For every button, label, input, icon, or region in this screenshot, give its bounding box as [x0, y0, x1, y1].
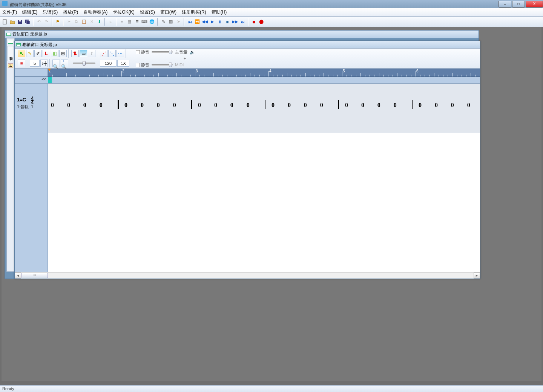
eraser-tool-icon[interactable]: ◧	[51, 50, 58, 57]
region-icon[interactable]: ▭	[80, 50, 87, 57]
delete-icon[interactable]: ✕	[88, 18, 95, 25]
mute-2-checkbox[interactable]: 静音	[136, 62, 149, 68]
note[interactable]: 0	[173, 102, 176, 109]
pause-icon[interactable]: ⏸	[216, 18, 223, 25]
zoom-in-icon[interactable]: ＋🔍	[61, 60, 68, 67]
new-icon[interactable]	[2, 18, 8, 25]
note[interactable]: 0	[124, 102, 127, 109]
page-icon[interactable]: ▤	[126, 18, 133, 25]
note[interactable]: 0	[157, 102, 160, 109]
swap-icon[interactable]: ⇅	[71, 50, 79, 57]
note[interactable]: 0	[435, 102, 438, 109]
record-stop-icon[interactable]: ⬤	[258, 18, 265, 25]
lyric-tool-icon[interactable]: L	[43, 50, 50, 57]
align-icon[interactable]: ≣	[133, 18, 140, 25]
menu-accompany[interactable]: 自动伴奏(A)	[83, 9, 107, 15]
stop-icon[interactable]: ■	[224, 18, 231, 25]
note[interactable]: 0	[345, 102, 348, 109]
note[interactable]: 0	[214, 102, 217, 109]
scroll-window-title-bar[interactable]: 卷轴窗口 无标题.jp	[15, 41, 480, 49]
timeline-ruler[interactable]: 123456	[15, 69, 480, 77]
draw-tool-icon[interactable]: ✐	[34, 50, 42, 57]
download-icon[interactable]: ⬇	[96, 18, 103, 25]
note-row[interactable]: 0000000000000000000000000000	[48, 84, 480, 133]
menu-register[interactable]: 注册购买(R)	[182, 9, 206, 15]
keyboard-icon[interactable]: ⌨	[141, 18, 148, 25]
speed-input[interactable]: 1X	[117, 60, 129, 67]
note[interactable]: 0	[377, 102, 380, 109]
track-tool-icon[interactable]	[8, 40, 13, 44]
copy-icon[interactable]: ⧉	[73, 18, 80, 25]
dots-b-icon[interactable]: ⋱	[108, 50, 116, 57]
menu-score[interactable]: 乐谱(S)	[43, 9, 58, 15]
speaker-icon[interactable]: 🔈	[190, 50, 195, 55]
note[interactable]: 0	[247, 102, 250, 109]
split-tool-icon[interactable]: ⊞	[59, 50, 67, 57]
note-duration-icon[interactable]: ♪┼	[40, 60, 48, 67]
pointer-tool-icon[interactable]: ↖	[18, 50, 25, 57]
mute1-slider[interactable]	[152, 51, 173, 53]
menu-help[interactable]: 帮助(H)	[212, 9, 227, 15]
zoom-slider[interactable]	[73, 63, 95, 64]
menu-file[interactable]: 文件(F)	[2, 9, 17, 15]
note[interactable]: 0	[141, 102, 144, 109]
redo-icon[interactable]: ↷	[43, 18, 50, 25]
note[interactable]: 0	[320, 102, 323, 109]
bars-icon[interactable]: ▥	[167, 18, 174, 25]
menu-play[interactable]: 播放(P)	[63, 9, 78, 15]
note[interactable]: 0	[230, 102, 233, 109]
note[interactable]: 0	[361, 102, 364, 109]
scroll-thumb[interactable]: III	[21, 273, 48, 278]
note[interactable]: 0	[419, 102, 422, 109]
note[interactable]: 0	[51, 102, 54, 109]
playhead-icon[interactable]	[48, 69, 51, 72]
note[interactable]: 0	[394, 102, 397, 109]
mute-1-checkbox[interactable]: 静音	[136, 49, 149, 55]
note[interactable]: 0	[451, 102, 454, 109]
globe-icon[interactable]: 🌐	[149, 18, 155, 25]
rest-icon[interactable]: ⟟	[88, 50, 95, 57]
dots-a-icon[interactable]: ⋰	[100, 50, 107, 57]
skip-start-icon[interactable]: ⏮	[186, 18, 193, 25]
marker-icon[interactable]: ⚑	[54, 18, 61, 25]
horizontal-scrollbar[interactable]: ◄ III ►	[15, 272, 480, 279]
track-window-title-bar[interactable]: 音轨窗口 无标题.jp	[5, 31, 479, 38]
note[interactable]: 0	[272, 102, 275, 109]
zoom-out-icon[interactable]: －🔍	[52, 60, 60, 67]
open-icon[interactable]	[9, 18, 16, 25]
prev-icon[interactable]: ⏪	[194, 18, 201, 25]
forward-icon[interactable]: ➤	[175, 18, 182, 25]
note[interactable]: 0	[288, 102, 291, 109]
collapse-button[interactable]: <<	[15, 77, 48, 83]
menu-karaoke[interactable]: 卡拉OK(K)	[113, 9, 134, 15]
paste-icon[interactable]: 📋	[81, 18, 87, 25]
track-row-1[interactable]: 1:	[8, 63, 13, 68]
menu-window[interactable]: 窗口(W)	[160, 9, 176, 15]
track-region[interactable]	[48, 77, 52, 83]
save-all-icon[interactable]	[24, 18, 31, 25]
scroll-right-icon[interactable]: ►	[474, 273, 480, 279]
menu-edit[interactable]: 编辑(E)	[22, 9, 37, 15]
zoom-step-input[interactable]: 5	[30, 60, 40, 67]
cut-icon[interactable]: ✂	[66, 18, 72, 25]
tempo-input[interactable]: 120	[100, 60, 117, 67]
scroll-left-icon[interactable]: ◄	[15, 273, 21, 279]
note[interactable]: 0	[304, 102, 307, 109]
notation-area[interactable]: 1=C 44 1:音轨 1 00000000000000000000000000…	[15, 84, 480, 272]
title-bar[interactable]: 酷特简谱作曲家(共享版) V9.36 – □ X	[0, 0, 483, 8]
rewind-icon[interactable]: ◀◀	[201, 18, 208, 25]
chevron-right-icon[interactable]: »	[107, 18, 114, 25]
note[interactable]: 0	[67, 102, 70, 109]
note[interactable]: 0	[198, 102, 201, 109]
dots-c-icon[interactable]: ⋯	[117, 50, 124, 57]
next-icon[interactable]: ⏭	[239, 18, 246, 25]
note[interactable]: 0	[100, 102, 103, 109]
save-icon[interactable]	[17, 18, 23, 25]
staff-icon[interactable]: ≡	[18, 60, 25, 67]
ffwd-icon[interactable]: ▶▶	[232, 18, 238, 25]
pencil-icon[interactable]: ✎	[160, 18, 167, 25]
undo-icon[interactable]: ↶	[35, 18, 42, 25]
play-icon[interactable]: ▶	[209, 18, 216, 25]
menu-settings[interactable]: 设置(S)	[140, 9, 155, 15]
pencil-tool-icon[interactable]: ✎	[26, 50, 34, 57]
